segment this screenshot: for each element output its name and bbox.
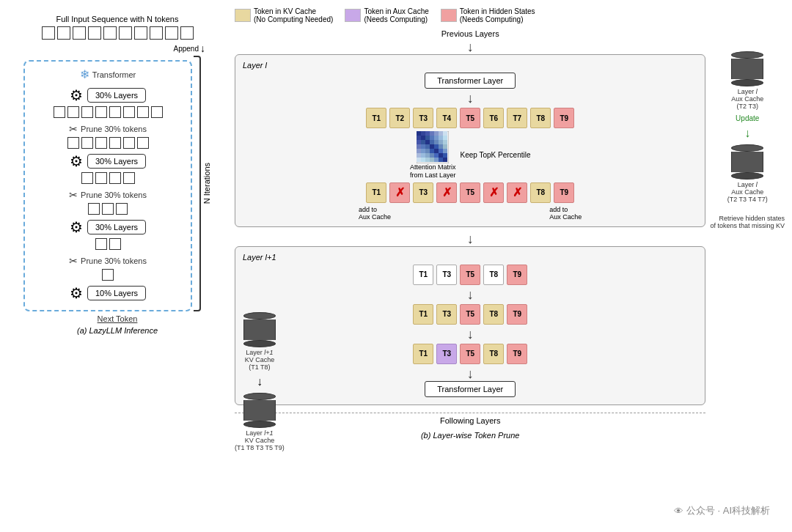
svg-rect-40	[434, 153, 439, 158]
token-box	[119, 26, 132, 40]
legend-aux: Token in Aux Cache(Needs Computing)	[345, 7, 428, 23]
l1-T9-h2: T9	[507, 344, 527, 364]
legend-row: Token in KV Cache(No Computing Needed) T…	[235, 7, 785, 23]
svg-rect-20	[439, 140, 443, 144]
add-aux-2: add toAux Cache	[549, 206, 582, 221]
svg-rect-16	[421, 140, 425, 144]
db-body-shape2	[731, 152, 763, 172]
arrow-down-left-db: ↓	[257, 375, 263, 388]
svg-rect-5	[434, 131, 439, 136]
token-row-pruned: T1 ✗ T3 ✗ T5 ✗ ✗ T8 T9	[243, 182, 697, 203]
db-top-right: Layer lAux Cache(T2 T3)	[731, 51, 763, 110]
svg-rect-44	[421, 158, 425, 162]
legend-hidden: Token in Hidden States(Needs Computing)	[441, 7, 535, 23]
token-row-2	[95, 238, 121, 250]
svg-rect-35	[443, 149, 447, 153]
arrow-l1-3: ↓	[243, 367, 697, 380]
svg-rect-6	[439, 131, 443, 136]
diagram-area: Previous Layers ↓ Layer l Transformer La…	[235, 29, 785, 525]
l1-T9: T9	[507, 265, 527, 285]
layers-box-4: 10% Layers	[87, 286, 146, 300]
l1-row-2: T1 T3 T5 T8 T9	[243, 304, 697, 325]
svg-rect-8	[417, 136, 421, 140]
svg-rect-42	[443, 153, 447, 158]
watermark-icon: 👁	[674, 506, 683, 517]
db-top-label: Layer lAux Cache(T2 T3)	[731, 88, 763, 110]
svg-rect-39	[430, 153, 434, 158]
db-bottom-shape	[731, 79, 763, 86]
layer-l1-label: Layer l+1	[243, 253, 697, 262]
tok-T9: T9	[554, 108, 574, 128]
svg-rect-26	[434, 144, 439, 149]
token-box	[73, 26, 86, 40]
keep-topk-label: Keep TopK Percentile	[460, 151, 530, 159]
scissors-icon-3: ✂	[69, 255, 78, 267]
watermark: 👁 公众号 · AI科技解析	[674, 504, 770, 517]
aux-label: Token in Aux Cache(Needs Computing)	[364, 7, 428, 23]
layers-box-1: 30% Layers	[87, 88, 146, 103]
attn-label: Attention Matrixfrom Last Layer	[410, 163, 456, 180]
l1-T8-kv: T8	[483, 304, 504, 325]
db-bot-label: Layer lAux Cache(T2 T3 T4 T7)	[727, 181, 768, 203]
right-panel: Token in KV Cache(No Computing Needed) T…	[235, 7, 785, 525]
svg-rect-24	[425, 144, 430, 149]
right-db-col: Layer lAux Cache(T2 T3) Update ↓ Layer l…	[710, 29, 785, 525]
tok-T5: T5	[460, 108, 480, 128]
update-arrow-right: ↓	[744, 127, 750, 140]
main-container: Full Input Sequence with N tokens Append…	[0, 0, 792, 532]
svg-rect-36	[417, 153, 421, 158]
prune-label-2: ✂ Prune 30% tokens	[69, 189, 147, 201]
db-top-left: Layer l+1KV Cache(T1 T8)	[243, 312, 276, 371]
svg-rect-27	[439, 144, 443, 149]
caption-a: (a) LazyLLM Inference	[77, 326, 158, 335]
transformer-icon-3: ⚙	[70, 218, 83, 236]
hidden-states-note: Retrieve hidden statesof tokens that mis…	[710, 215, 785, 229]
l1-T1-kv2: T1	[413, 344, 433, 364]
svg-rect-9	[421, 136, 425, 140]
arrow-l1-1: ↓	[243, 288, 697, 301]
svg-rect-49	[443, 158, 447, 162]
tok-T3-kept: T3	[413, 182, 433, 203]
l1-T5: T5	[460, 265, 480, 285]
token-row-top: T1 T2 T3 T4 T5 T6 T7 T8 T9	[243, 108, 697, 128]
transformer-box-l: Transformer Layer	[425, 73, 516, 89]
tok-T6: T6	[483, 108, 504, 128]
scissors-icon-2: ✂	[69, 189, 78, 201]
token-row-6	[67, 137, 149, 149]
db-bot-left: Layer l+1KV Cache(T1 T8 T3 T5 T9)	[235, 393, 285, 451]
caption-b: (b) Layer-wise Token Prune	[421, 431, 520, 440]
arrow-prev: ↓	[467, 40, 474, 53]
token-box	[134, 26, 147, 40]
tok-T5-kept: T5	[460, 182, 480, 203]
layer-l1-section: Layer l+1 T1 T3 T5 T8 T9 ↓ T1	[235, 246, 705, 405]
transformer-box-l1: Transformer Layer	[425, 381, 516, 397]
append-label: Append	[174, 45, 199, 53]
tok-T4-pruned: ✗	[436, 182, 457, 203]
svg-rect-30	[421, 149, 425, 153]
step-3: ⚙ 30% Layers	[34, 218, 182, 237]
arrow-to-l1: ↓	[235, 232, 705, 245]
tok-T4: T4	[436, 108, 457, 128]
left-db-col: Layer l+1KV Cache(T1 T8) ↓ Layer l+1KV C…	[235, 312, 285, 451]
layer-l-label: Layer l	[243, 61, 697, 70]
tok-T1-kept: T1	[366, 182, 386, 203]
svg-rect-37	[421, 153, 425, 158]
tok-T9-kept: T9	[554, 182, 574, 203]
db-bottom-shape2	[731, 172, 763, 180]
l1-T5-h: T5	[460, 304, 480, 325]
svg-rect-19	[434, 140, 439, 144]
l1-T3-kv: T3	[436, 304, 457, 325]
svg-rect-11	[430, 136, 434, 140]
svg-rect-48	[439, 158, 443, 162]
step-1: ⚙ 30% Layers	[34, 86, 182, 105]
svg-rect-3	[425, 131, 430, 136]
prune-label-1: ✂ Prune 30% tokens	[69, 123, 147, 135]
add-aux-labels: add toAux Cache add toAux Cache	[243, 206, 697, 221]
prune-label-3: ✂ Prune 30% tokens	[69, 255, 147, 267]
token-row-8	[54, 106, 163, 118]
l1-T8: T8	[483, 265, 504, 285]
tok-T1: T1	[366, 108, 386, 128]
db-body-shape	[731, 59, 763, 79]
tok-T7: T7	[507, 108, 527, 128]
left-panel: Full Input Sequence with N tokens Append…	[7, 7, 227, 525]
